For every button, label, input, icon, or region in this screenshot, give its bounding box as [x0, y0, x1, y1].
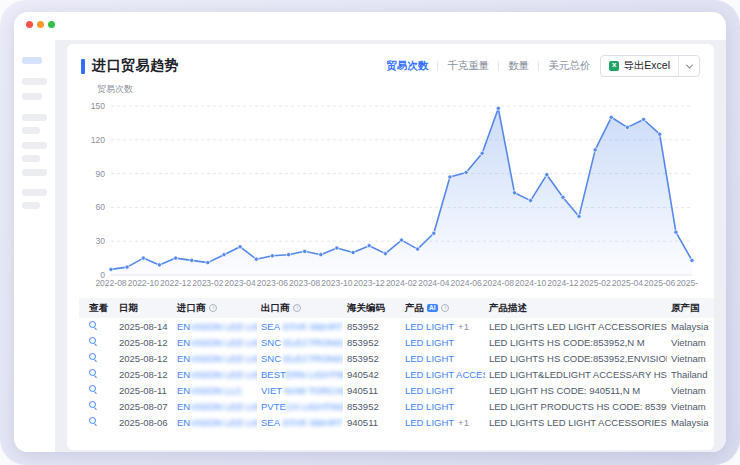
company-name-visible: SNC	[261, 353, 281, 364]
excel-icon	[609, 61, 619, 71]
svg-text:90: 90	[96, 169, 106, 179]
product-cell: LED LIGHT ACCESSORY	[401, 366, 485, 382]
importer-cell[interactable]: ENVISION LED LIGHTING L...	[173, 318, 257, 334]
company-name-visible: SEA	[261, 417, 280, 428]
column-header-5: 海关编码	[343, 298, 401, 318]
tab-divider	[498, 61, 499, 71]
exporter-cell[interactable]: SEA STAR SMART TECH ...	[257, 414, 343, 430]
date-cell: 2025-08-12	[115, 350, 173, 366]
exporter-cell[interactable]: SNC ELECTRONICS VIET...	[257, 350, 343, 366]
minimize-light-icon[interactable]	[37, 21, 44, 28]
view-magnifier-icon[interactable]	[89, 417, 98, 426]
svg-text:2025-02: 2025-02	[580, 278, 611, 288]
company-name-visible: EN	[177, 385, 190, 396]
export-split-button: 导出Excel	[600, 55, 700, 77]
importer-cell[interactable]: ENVISION LED LIGHTING L...	[173, 366, 257, 382]
column-label: 进口商	[177, 302, 206, 315]
origin-country-cell: Malaysia	[667, 414, 714, 430]
sidebar-item[interactable]	[22, 78, 47, 85]
hs-code-cell: 853952	[343, 350, 401, 366]
table-row: 2025-08-12ENVISION LED LIGHTING L...SNC …	[79, 350, 714, 366]
sidebar-item[interactable]	[22, 93, 42, 100]
zoom-light-icon[interactable]	[48, 21, 55, 28]
records-table-wrap: 查看日期进口商出口商海关编码产品AI产品描述原产国 2025-08-14ENVI…	[67, 290, 714, 430]
origin-country-cell: Thailand	[667, 366, 714, 382]
product-link[interactable]: LED LIGHT	[405, 385, 454, 396]
title-accent-bar	[81, 59, 85, 74]
sidebar-item[interactable]	[22, 127, 40, 134]
info-icon[interactable]	[293, 304, 301, 312]
importer-cell[interactable]: ENVISION LED LIGHTING L...	[173, 350, 257, 366]
trend-card: 进口贸易趋势 贸易次数千克重量数量美元总价 导出Excel	[67, 44, 714, 450]
date-cell: 2025-08-14	[115, 318, 173, 334]
exporter-cell[interactable]: SEA STAR SMART TECH ...	[257, 318, 343, 334]
hs-code-cell: 853952	[343, 318, 401, 334]
view-magnifier-icon[interactable]	[89, 369, 98, 378]
sidebar-item[interactable]	[22, 114, 47, 121]
metric-tab-4[interactable]: 美元总价	[548, 59, 590, 73]
exporter-cell[interactable]: BESTERN LIGHTING THA...	[257, 366, 343, 382]
export-excel-button[interactable]: 导出Excel	[601, 56, 678, 76]
sidebar-item-active[interactable]	[22, 57, 42, 64]
product-link[interactable]: LED LIGHT	[405, 353, 454, 364]
origin-country-cell: Vietnam	[667, 334, 714, 350]
sidebar-item[interactable]	[22, 189, 47, 196]
metric-tab-3[interactable]: 数量	[508, 59, 529, 73]
company-name-redacted: VISION LED LIGHTI	[190, 401, 257, 412]
product-link[interactable]: LED LIGHT	[405, 417, 454, 428]
sidebar-item[interactable]	[22, 202, 40, 209]
sidebar-item[interactable]	[22, 169, 47, 176]
svg-text:2024-10: 2024-10	[515, 278, 546, 288]
column-header-6: 产品AI	[401, 298, 485, 318]
view-magnifier-icon[interactable]	[89, 385, 98, 394]
view-magnifier-icon[interactable]	[89, 337, 98, 346]
hs-code-cell: 853952	[343, 398, 401, 414]
view-magnifier-icon[interactable]	[89, 321, 98, 330]
close-light-icon[interactable]	[26, 21, 33, 28]
importer-cell[interactable]: ENVISION LLC	[173, 382, 257, 398]
company-name-visible: EN	[177, 321, 190, 332]
hs-code-cell: 853952	[343, 334, 401, 350]
column-label: 出口商	[261, 302, 290, 315]
company-name-redacted: NAM TORCHLIGHT	[282, 385, 343, 396]
info-icon[interactable]	[441, 304, 449, 312]
header-right: 贸易次数千克重量数量美元总价 导出Excel	[386, 55, 700, 77]
column-label: 产品描述	[489, 302, 527, 315]
exporter-cell[interactable]: SNC ELECTRONICS VIET...	[257, 334, 343, 350]
info-icon[interactable]	[209, 304, 217, 312]
view-magnifier-icon[interactable]	[89, 401, 98, 410]
metric-tab-1[interactable]: 贸易次数	[386, 59, 428, 73]
description-cell: LED LIGHTS LED LIGHT ACCESSORIES,ENVISIO…	[485, 318, 667, 334]
importer-cell[interactable]: ENVISION LED LIGHTING L...	[173, 398, 257, 414]
hs-code-cell: 940511	[343, 382, 401, 398]
sidebar-item[interactable]	[22, 155, 40, 162]
product-cell: LED LIGHT+1	[401, 318, 485, 334]
product-extra-count[interactable]: +1	[458, 321, 469, 332]
product-extra-count[interactable]: +1	[458, 417, 469, 428]
sidebar-item[interactable]	[22, 142, 47, 149]
product-link[interactable]: LED LIGHT	[405, 337, 454, 348]
company-name-redacted: ERN LIGHTING	[286, 369, 343, 380]
product-link[interactable]: LED LIGHT	[405, 401, 454, 412]
browser-window: 进口贸易趋势 贸易次数千克重量数量美元总价 导出Excel	[14, 12, 726, 452]
svg-text:2024-06: 2024-06	[450, 278, 481, 288]
table-row: 2025-08-07ENVISION LED LIGHTING L...PVTE…	[79, 398, 714, 414]
product-link[interactable]: LED LIGHT	[405, 321, 454, 332]
svg-text:2022-12: 2022-12	[160, 278, 191, 288]
description-cell: LED LIGHTS HS CODE:853952,N M	[485, 334, 667, 350]
svg-text:2025-08: 2025-08	[676, 278, 698, 288]
metric-tabs: 贸易次数千克重量数量美元总价	[386, 59, 590, 73]
exporter-cell[interactable]: PVTECH LIGHTING NEW VI...	[257, 398, 343, 414]
description-cell: LED LIGHT HS CODE: 940511,N M	[485, 382, 667, 398]
trend-line-chart[interactable]: 03060901201502022-082022-102022-122023-0…	[81, 96, 704, 290]
exporter-cell[interactable]: VIET NAM TORCHLIGHT	[257, 382, 343, 398]
product-link[interactable]: LED LIGHT ACCESSORY	[405, 369, 485, 380]
svg-text:30: 30	[96, 236, 106, 246]
importer-cell[interactable]: ENVISION LED LIGHTING L...	[173, 414, 257, 430]
importer-cell[interactable]: ENVISION LED LIGHTING L...	[173, 334, 257, 350]
card-header: 进口贸易趋势 贸易次数千克重量数量美元总价 导出Excel	[67, 44, 714, 77]
svg-text:60: 60	[96, 202, 106, 212]
metric-tab-2[interactable]: 千克重量	[447, 59, 489, 73]
export-dropdown-button[interactable]	[679, 56, 699, 76]
view-magnifier-icon[interactable]	[89, 353, 98, 362]
